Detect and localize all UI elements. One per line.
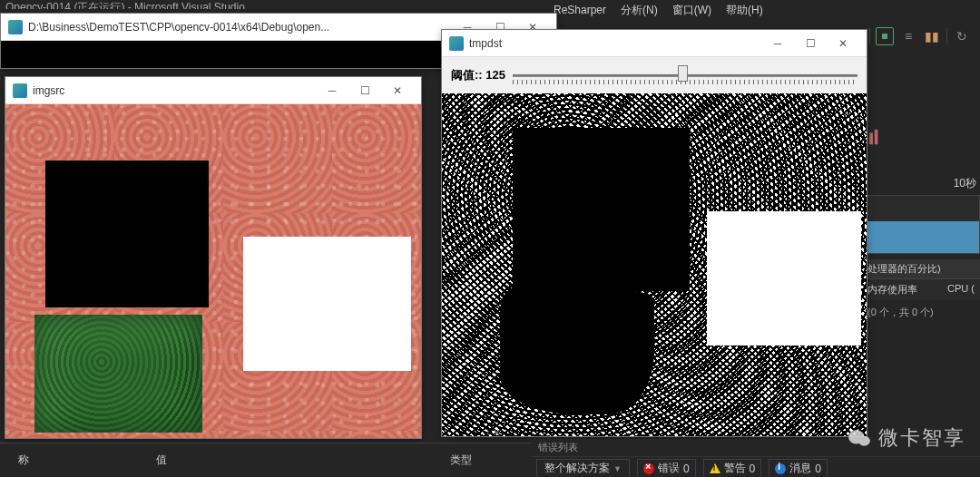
close-button[interactable]: ✕ — [827, 33, 859, 54]
minimize-button[interactable]: ─ — [316, 80, 348, 102]
cpu-bar — [863, 221, 979, 253]
warning-icon — [710, 463, 720, 473]
console-title: D:\Business\DemoTEST\CPP\opencv-0014\x64… — [28, 21, 329, 34]
threshold-trackbar-row: 阈值:: 125 — [442, 57, 867, 93]
watch-col-type[interactable]: 类型 — [432, 453, 490, 468]
watermark-text: 微卡智享 — [878, 424, 965, 452]
dst-black-region-2 — [500, 287, 654, 414]
threshold-label: 阈值:: 125 — [451, 67, 505, 83]
vs-menubar: ReSharper 分析(N) 窗口(W) 帮助(H) — [508, 0, 980, 20]
watch-col-value[interactable]: 值 — [138, 453, 185, 468]
toolbar-refresh-icon[interactable]: ↻ — [953, 27, 971, 45]
toolbar-list-icon[interactable]: ≡ — [899, 27, 917, 45]
messages-count: 0 — [815, 462, 821, 475]
chevron-down-icon: ▼ — [613, 464, 622, 473]
watermark: 微卡智享 — [848, 424, 965, 452]
solution-scope-label: 整个解决方案 — [544, 461, 610, 476]
imgsrc-window: imgsrc ─ ☐ ✕ — [5, 76, 422, 439]
svg-rect-1 — [869, 132, 873, 144]
menu-resharper[interactable]: ReSharper — [554, 4, 606, 16]
threshold-slider[interactable] — [513, 65, 858, 85]
toolbar-separator — [946, 28, 947, 44]
warnings-filter[interactable]: 警告 0 — [703, 459, 762, 477]
cpu-column-label: CPU ( — [947, 283, 975, 297]
warnings-count: 0 — [750, 462, 756, 475]
slider-thumb[interactable] — [678, 65, 688, 82]
errors-label: 错误 — [658, 461, 680, 476]
imgsrc-title: imgsrc — [33, 84, 64, 97]
menu-help[interactable]: 帮助(H) — [726, 3, 763, 18]
toolbar-bars-icon[interactable]: ▮▮ — [923, 27, 941, 45]
messages-label: 消息 — [789, 461, 811, 476]
diagnostic-panel: 10秒 处理器的百分比) 内存使用率 CPU ( (0 个，共 0 个) — [862, 127, 980, 325]
white-square-region — [243, 237, 411, 371]
svg-rect-2 — [875, 130, 878, 145]
tmpdst-content — [442, 93, 867, 436]
solution-scope-dropdown[interactable]: 整个解决方案 ▼ — [536, 459, 630, 477]
black-square-region — [45, 161, 209, 307]
watch-col-name[interactable]: 称 — [0, 453, 47, 468]
vs-title-text: Opencv-0014 (正在运行) - Microsoft Visual St… — [5, 1, 245, 9]
menu-analyze[interactable]: 分析(N) — [621, 3, 658, 18]
window-icon — [449, 36, 464, 51]
snapshot-count: (0 个，共 0 个) — [862, 300, 980, 325]
info-icon — [775, 463, 786, 474]
close-button[interactable]: ✕ — [381, 80, 414, 102]
minimize-button[interactable]: ─ — [761, 33, 794, 54]
tmpdst-titlebar[interactable]: tmpdst ─ ☐ ✕ — [442, 30, 867, 57]
imgsrc-titlebar[interactable]: imgsrc ─ ☐ ✕ — [5, 77, 421, 104]
console-icon — [8, 20, 23, 34]
memory-label: 内存使用率 — [867, 283, 917, 297]
toolbar-layout-icon[interactable] — [876, 27, 894, 45]
tmpdst-title: tmpdst — [469, 37, 502, 50]
maximize-button[interactable]: ☐ — [794, 33, 827, 54]
cpu-percent-label: 处理器的百分比) — [862, 259, 980, 279]
dst-black-region-1 — [513, 128, 690, 291]
toolbar-separator — [869, 28, 870, 44]
window-icon — [13, 83, 27, 98]
memory-row[interactable]: 内存使用率 CPU ( — [862, 279, 980, 300]
diag-time-label: 10秒 — [862, 176, 980, 191]
messages-filter[interactable]: 消息 0 — [769, 459, 828, 477]
green-square-region — [34, 315, 202, 433]
wechat-icon — [848, 428, 871, 448]
menu-window[interactable]: 窗口(W) — [672, 3, 711, 18]
cpu-usage-graph[interactable] — [862, 195, 980, 254]
dst-white-region — [707, 211, 861, 346]
maximize-button[interactable]: ☐ — [348, 80, 381, 102]
errors-filter[interactable]: 错误 0 — [637, 459, 696, 477]
imgsrc-content — [5, 104, 421, 438]
warnings-label: 警告 — [724, 461, 746, 476]
error-icon — [643, 463, 654, 474]
svg-point-4 — [858, 436, 870, 446]
errors-count: 0 — [683, 462, 690, 475]
panel-close-icon[interactable]: ‹ ✕ — [486, 427, 501, 439]
tmpdst-window: tmpdst ─ ☐ ✕ 阈值:: 125 — [441, 29, 867, 437]
